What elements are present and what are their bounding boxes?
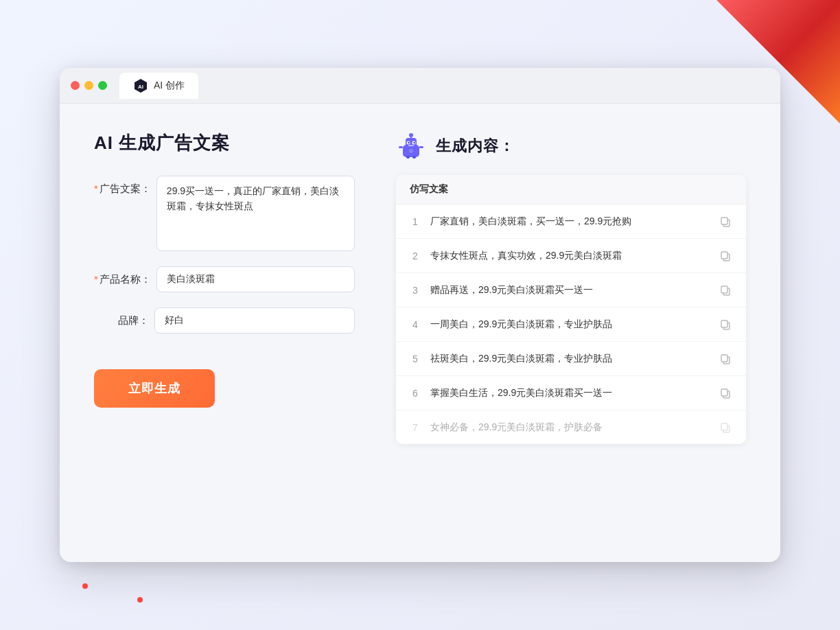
- title-bar: AI AI 创作: [60, 68, 780, 104]
- svg-point-9: [413, 142, 415, 143]
- result-table: 仿写文案 1 厂家直销，美白淡斑霜，买一送一，29.9元抢购 2 专抹女性斑点，…: [396, 175, 746, 444]
- product-name-input[interactable]: [156, 266, 355, 292]
- dot-decoration-1: [82, 583, 88, 589]
- row-text: 一周美白，29.9元美白淡斑霜，专业护肤品: [430, 317, 709, 331]
- row-text: 女神必备，29.9元美白淡斑霜，护肤必备: [430, 420, 709, 434]
- traffic-lights: [71, 81, 107, 90]
- svg-text:AI: AI: [138, 84, 143, 90]
- copy-icon[interactable]: [719, 386, 732, 400]
- ad-copy-label: *广告文案：: [94, 176, 151, 196]
- brand-label: 品牌：: [94, 307, 149, 327]
- svg-point-4: [409, 133, 413, 137]
- table-header: 仿写文案: [396, 175, 746, 205]
- svg-rect-21: [721, 286, 727, 293]
- page-title: AI 生成广告文案: [94, 131, 355, 155]
- tab-label: AI 创作: [154, 80, 185, 92]
- right-panel: 生成内容： 仿写文案 1 厂家直销，美白淡斑霜，买一送一，29.9元抢购 2 专…: [396, 131, 746, 535]
- row-number: 6: [410, 388, 421, 399]
- generate-button[interactable]: 立即生成: [94, 369, 215, 408]
- dot-decoration-2: [137, 597, 143, 603]
- result-header: 生成内容：: [396, 131, 746, 161]
- maximize-button[interactable]: [98, 81, 107, 90]
- table-row: 4 一周美白，29.9元美白淡斑霜，专业护肤品: [396, 307, 746, 342]
- copy-icon[interactable]: [719, 215, 732, 229]
- svg-rect-14: [412, 156, 416, 159]
- copy-icon[interactable]: [719, 283, 732, 297]
- copy-icon[interactable]: [719, 318, 732, 331]
- table-row: 7 女神必备，29.9元美白淡斑霜，护肤必备: [396, 410, 746, 444]
- result-title: 生成内容：: [436, 136, 515, 156]
- row-text: 赠品再送，29.9元美白淡斑霜买一送一: [430, 283, 709, 297]
- svg-point-15: [409, 149, 413, 153]
- svg-rect-11: [399, 146, 403, 148]
- copy-icon[interactable]: [719, 421, 732, 434]
- row-number: 1: [410, 216, 421, 227]
- table-row: 3 赠品再送，29.9元美白淡斑霜买一送一: [396, 273, 746, 307]
- row-number: 3: [410, 285, 421, 296]
- row-text: 掌握美白生活，29.9元美白淡斑霜买一送一: [430, 386, 709, 400]
- copy-icon[interactable]: [719, 249, 732, 263]
- svg-rect-19: [721, 252, 727, 259]
- table-row: 1 厂家直销，美白淡斑霜，买一送一，29.9元抢购: [396, 205, 746, 239]
- close-button[interactable]: [71, 81, 80, 90]
- product-name-group: *产品名称：: [94, 266, 355, 292]
- ad-copy-group: *广告文案： 29.9买一送一，真正的厂家直销，美白淡斑霜，专抹女性斑点: [94, 176, 355, 251]
- row-number: 2: [410, 250, 421, 261]
- product-name-label: *产品名称：: [94, 266, 151, 286]
- ad-copy-input[interactable]: 29.9买一送一，真正的厂家直销，美白淡斑霜，专抹女性斑点: [156, 176, 355, 251]
- row-text: 专抹女性斑点，真实功效，29.9元美白淡斑霜: [430, 248, 709, 263]
- row-text: 厂家直销，美白淡斑霜，买一送一，29.9元抢购: [430, 214, 709, 229]
- svg-rect-27: [721, 389, 727, 396]
- row-number: 7: [410, 422, 421, 433]
- row-number: 4: [410, 319, 421, 330]
- brand-group: 品牌：: [94, 307, 355, 334]
- robot-icon: [396, 131, 426, 161]
- svg-rect-12: [419, 146, 423, 148]
- content-area: AI 生成广告文案 *广告文案： 29.9买一送一，真正的厂家直销，美白淡斑霜，…: [60, 104, 780, 562]
- svg-rect-23: [721, 320, 727, 327]
- browser-window: AI AI 创作 AI 生成广告文案 *广告文案： 29.9买一送一，真正的厂家…: [60, 68, 780, 562]
- result-rows-container: 1 厂家直销，美白淡斑霜，买一送一，29.9元抢购 2 专抹女性斑点，真实功效，…: [396, 205, 746, 444]
- table-row: 6 掌握美白生活，29.9元美白淡斑霜买一送一: [396, 376, 746, 410]
- ai-icon: AI: [133, 78, 148, 93]
- table-row: 2 专抹女性斑点，真实功效，29.9元美白淡斑霜: [396, 239, 746, 273]
- table-row: 5 祛斑美白，29.9元美白淡斑霜，专业护肤品: [396, 342, 746, 376]
- brand-input[interactable]: [154, 307, 355, 334]
- svg-rect-10: [408, 145, 414, 147]
- copy-icon[interactable]: [719, 352, 732, 366]
- svg-rect-17: [721, 218, 727, 224]
- ai-tab[interactable]: AI AI 创作: [119, 73, 198, 99]
- required-star-2: *: [94, 273, 98, 285]
- left-panel: AI 生成广告文案 *广告文案： 29.9买一送一，真正的厂家直销，美白淡斑霜，…: [94, 131, 355, 535]
- row-number: 5: [410, 353, 421, 364]
- required-star-1: *: [94, 183, 98, 194]
- svg-rect-13: [406, 156, 410, 159]
- svg-point-8: [408, 142, 409, 143]
- row-text: 祛斑美白，29.9元美白淡斑霜，专业护肤品: [430, 351, 709, 366]
- svg-rect-29: [721, 423, 727, 430]
- svg-rect-25: [721, 355, 727, 362]
- minimize-button[interactable]: [84, 81, 93, 90]
